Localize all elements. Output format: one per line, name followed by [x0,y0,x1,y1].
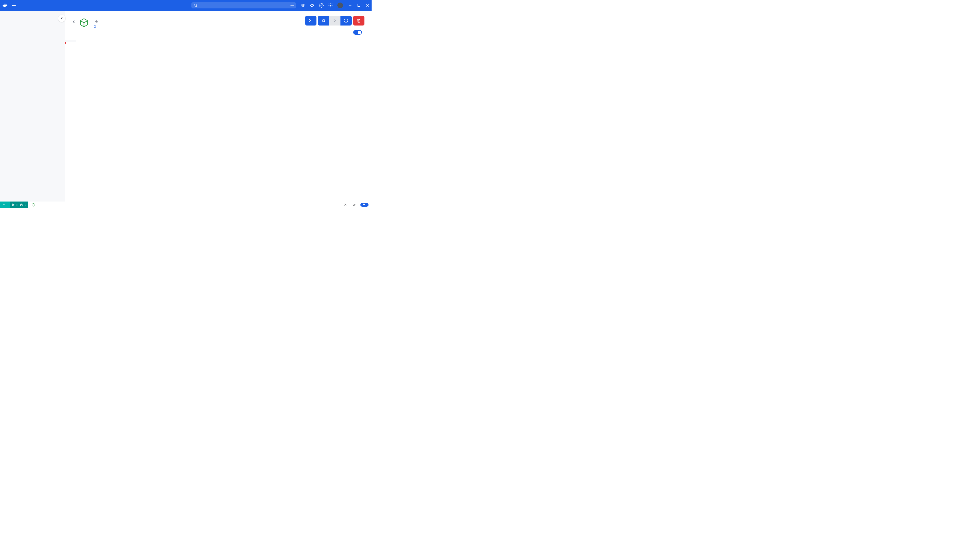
delete-button[interactable] [353,16,364,25]
inspect-json-viewer[interactable] [65,40,372,202]
docker-logo [3,3,10,7]
notifications-button[interactable] [360,203,369,206]
container-header [65,11,372,30]
svg-marker-31 [334,19,336,22]
svg-line-11 [310,4,311,5]
engine-play-icon[interactable] [12,203,15,206]
container-cube-icon [79,18,89,27]
svg-rect-30 [323,20,325,22]
svg-point-14 [329,3,329,4]
svg-point-22 [332,6,332,7]
svg-rect-33 [3,204,4,205]
tabs [65,30,372,35]
svg-point-16 [332,3,332,4]
close-icon[interactable] [366,4,369,7]
svg-point-42 [25,205,25,205]
svg-point-18 [330,5,331,6]
svg-point-13 [321,5,322,6]
svg-rect-4 [5,4,6,5]
svg-line-6 [196,6,197,7]
svg-point-15 [330,3,331,4]
collapse-sidebar-button[interactable] [58,15,65,22]
engine-pause-icon[interactable] [16,203,19,206]
svg-rect-32 [3,204,3,205]
container-ports-link[interactable] [92,25,97,28]
svg-point-17 [329,5,329,6]
version-label[interactable] [353,203,357,206]
statusbar [0,202,372,208]
maximize-icon[interactable] [357,4,360,7]
terminal-button[interactable] [344,203,349,206]
learn-icon[interactable] [301,3,305,8]
business-badge [12,5,16,6]
svg-line-12 [313,4,313,5]
svg-point-20 [329,6,329,7]
restart-button[interactable] [340,16,352,25]
sidebar [0,11,65,202]
svg-point-41 [25,204,25,204]
svg-point-21 [330,6,331,7]
search-shortcut [290,5,294,6]
k8s-status[interactable] [32,203,37,206]
engine-menu-icon[interactable] [24,203,27,206]
svg-marker-36 [13,204,14,206]
svg-rect-24 [358,4,360,6]
svg-rect-3 [4,4,5,5]
svg-rect-35 [3,204,4,204]
minimize-icon[interactable] [348,4,352,7]
annotation-highlight [65,42,66,44]
stop-button[interactable] [318,16,329,25]
user-avatar[interactable] [337,3,343,8]
svg-marker-44 [32,203,35,206]
svg-point-19 [332,5,332,6]
start-button[interactable] [329,16,340,25]
apps-icon[interactable] [328,3,333,8]
settings-icon[interactable] [319,3,324,8]
inspect-section-chips [65,35,372,40]
bug-icon[interactable] [310,3,314,8]
copy-id-icon[interactable] [94,19,98,23]
svg-point-7 [311,4,313,6]
exec-button[interactable] [305,16,317,25]
engine-status[interactable] [0,202,10,208]
engine-power-icon[interactable] [20,203,23,206]
global-search[interactable] [191,2,296,8]
svg-point-5 [194,4,197,6]
back-button[interactable] [72,20,76,24]
svg-point-43 [25,206,25,206]
titlebar [0,0,372,11]
raw-json-toggle[interactable] [353,30,362,35]
svg-rect-34 [4,204,5,205]
